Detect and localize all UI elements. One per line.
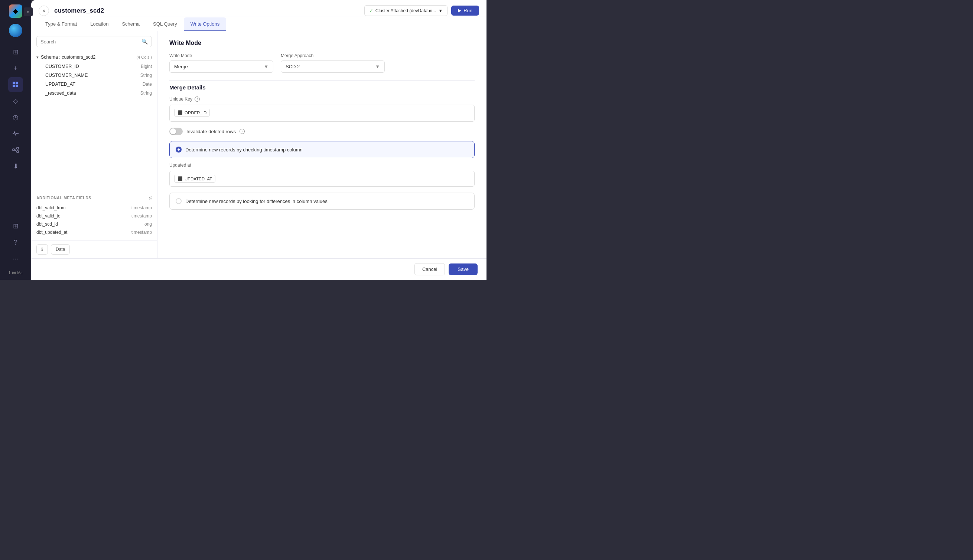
meta-name-1: dbt_valid_to [37, 213, 60, 218]
write-mode-dropdown-icon: ▼ [264, 64, 269, 69]
write-mode-row: Write Mode Merge ▼ Merge Approach SCD 2 … [169, 53, 475, 73]
list-item: dbt_scd_id long [37, 220, 152, 228]
dialog-body: 🔍 ▾ Schema : customers_scd2 (4 Cols ) CU… [31, 31, 486, 258]
search-icon: 🔍 [142, 38, 148, 45]
meta-copy-icon[interactable]: ⎘ [149, 195, 152, 201]
sidebar-item-download[interactable]: ⬇ [8, 159, 23, 174]
svg-line-8 [15, 150, 17, 152]
list-item: dbt_valid_to timestamp [37, 212, 152, 220]
write-mode-select[interactable]: Merge ▼ [169, 60, 273, 73]
left-panel: 🔍 ▾ Schema : customers_scd2 (4 Cols ) CU… [31, 31, 157, 258]
run-icon [458, 9, 461, 13]
updated-at-tag: ⬛ UPDATED_AT [174, 175, 216, 183]
svg-rect-2 [13, 85, 15, 87]
invalidate-toggle-row: Invalidate deleted rows i [169, 128, 475, 135]
meta-type-0: timestamp [132, 205, 152, 210]
meta-name-0: dbt_valid_from [37, 205, 66, 210]
additional-meta: ADDITIONAL META FIELDS ⎘ dbt_valid_from … [31, 191, 157, 240]
updated-tag-icon: ⬛ [177, 176, 183, 181]
meta-type-1: timestamp [132, 213, 152, 218]
data-tab-button[interactable]: Data [51, 244, 70, 255]
col-name-0: CUSTOMER_ID [45, 64, 79, 69]
cluster-check-icon: ✓ [369, 8, 373, 13]
cluster-text: Cluster Attached (devDatabri... [375, 8, 436, 13]
schema-left: ▾ Schema : customers_scd2 [37, 55, 95, 60]
toggle-knob [170, 128, 176, 134]
schema-header: ▾ Schema : customers_scd2 (4 Cols ) [37, 52, 152, 62]
invalidate-toggle[interactable] [169, 128, 183, 135]
sidebar-item-add[interactable]: + [8, 61, 23, 76]
main-dialog: × customers_scd2 ✓ Cluster Attached (dev… [31, 0, 486, 280]
sidebar-item-table[interactable]: ⊞ [8, 218, 23, 233]
updated-at-field[interactable]: ⬛ UPDATED_AT [169, 171, 475, 187]
cluster-button[interactable]: ✓ Cluster Attached (devDatabri... ▼ [364, 5, 448, 16]
col-type-1: String [140, 73, 152, 78]
cols-count: (4 Cols ) [136, 55, 152, 59]
merge-approach-value: SCD 2 [286, 64, 300, 69]
write-mode-section-title: Write Mode [169, 40, 475, 47]
sidebar-item-diamond[interactable]: ◇ [8, 93, 23, 108]
tab-bar: Type & Format Location Schema SQL Query … [31, 17, 486, 31]
col-type-2: Date [143, 82, 152, 87]
list-item: dbt_valid_from timestamp [37, 204, 152, 212]
invalidate-info-icon[interactable]: i [239, 129, 245, 134]
svg-rect-0 [13, 82, 15, 84]
search-box[interactable]: 🔍 [37, 36, 152, 47]
sidebar-item-pulse[interactable] [8, 126, 23, 141]
dialog-footer: Cancel Save [31, 258, 486, 280]
col-name-1: CUSTOMER_NAME [45, 73, 88, 78]
merge-approach-dropdown-icon: ▼ [375, 64, 380, 69]
sidebar-collapse-btn[interactable]: » [24, 7, 33, 16]
dialog-header: × customers_scd2 ✓ Cluster Attached (dev… [31, 0, 486, 16]
tab-write-options[interactable]: Write Options [184, 17, 227, 31]
sidebar-meta-link[interactable]: ℹ ⋈ Ma [6, 270, 26, 275]
table-row: _rescued_data String [37, 89, 152, 98]
schema-expand-icon[interactable]: ▾ [37, 55, 38, 60]
merge-approach-select[interactable]: SCD 2 ▼ [281, 60, 385, 73]
sidebar: ◆ » ⊞ + ◇ ◷ ⬇ ⊞ ? ··· ℹ ⋈ Ma [0, 0, 31, 280]
column-values-radio-circle [176, 198, 182, 204]
tab-sql-query[interactable]: SQL Query [146, 17, 184, 31]
sidebar-item-grid[interactable] [8, 77, 23, 92]
schema-name: Schema : customers_scd2 [41, 55, 95, 60]
svg-rect-6 [17, 151, 18, 153]
search-input[interactable] [40, 39, 139, 45]
sidebar-item-flow[interactable] [8, 143, 23, 157]
invalidate-label: Invalidate deleted rows [186, 129, 236, 134]
tab-type-format[interactable]: Type & Format [38, 17, 84, 31]
meta-label: ⋈ [12, 270, 16, 275]
sidebar-item-photos[interactable]: ⊞ [8, 45, 23, 59]
write-mode-label: Write Mode [169, 53, 273, 58]
sidebar-item-clock[interactable]: ◷ [8, 110, 23, 125]
col-name-3: _rescued_data [45, 90, 76, 96]
table-row: CUSTOMER_NAME String [37, 71, 152, 80]
svg-rect-3 [16, 85, 18, 87]
run-button[interactable]: Run [451, 5, 479, 16]
unique-key-info-icon[interactable]: i [195, 97, 200, 102]
info-tab-button[interactable]: ℹ [37, 244, 48, 255]
column-values-radio-option[interactable]: Determine new records by looking for dif… [169, 193, 475, 210]
sidebar-item-more[interactable]: ··· [8, 251, 23, 266]
save-button[interactable]: Save [449, 263, 478, 275]
meta-type-3: timestamp [132, 230, 152, 235]
close-button[interactable]: × [38, 5, 49, 16]
left-footer: ℹ Data [31, 240, 157, 258]
globe-icon [9, 24, 22, 37]
timestamp-radio-circle [176, 147, 182, 153]
unique-key-label: Unique Key i [169, 97, 475, 102]
sidebar-item-question[interactable]: ? [8, 235, 23, 250]
meta-name-2: dbt_scd_id [37, 222, 58, 227]
tab-location[interactable]: Location [84, 17, 115, 31]
timestamp-radio-option[interactable]: Determine new records by checking timest… [169, 141, 475, 158]
write-mode-value: Merge [174, 64, 188, 69]
cancel-button[interactable]: Cancel [415, 263, 445, 275]
unique-key-field[interactable]: ⬛ ORDER_ID [169, 105, 475, 122]
col-type-0: Bigint [141, 64, 152, 69]
order-id-tag: ⬛ ORDER_ID [174, 109, 210, 117]
table-row: CUSTOMER_ID Bigint [37, 62, 152, 71]
tab-schema[interactable]: Schema [115, 17, 146, 31]
info-bottom-icon: ℹ [9, 270, 10, 275]
ma-label: Ma [17, 271, 23, 275]
column-values-option-label: Determine new records by looking for dif… [185, 198, 328, 204]
col-name-2: UPDATED_AT [45, 82, 75, 87]
